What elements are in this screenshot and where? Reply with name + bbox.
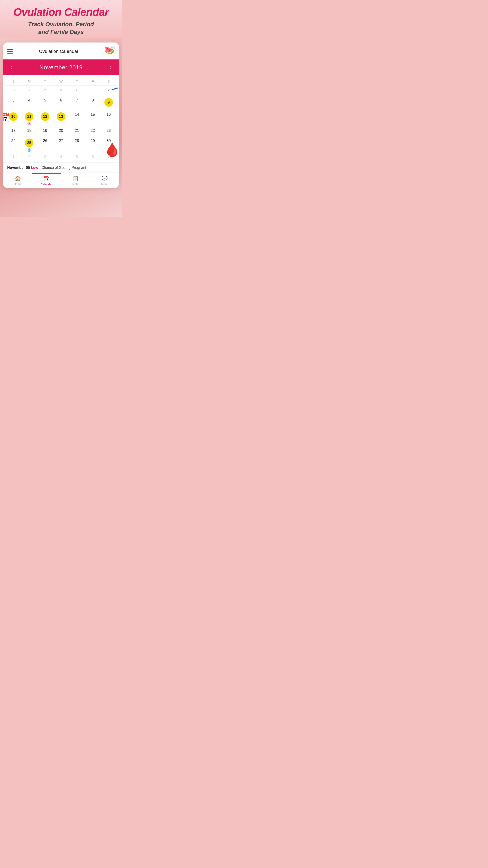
day-cell[interactable]: 19 [37,126,53,136]
day-cell[interactable]: 4 [53,152,69,162]
more-icon: 💬 [101,176,107,182]
day-cell[interactable]: 5 [37,96,53,110]
ovulation-icon: 🌸 [27,122,31,125]
watermelon-icon: 🍉 AD [104,46,115,57]
month-title: November 2019 [39,64,83,71]
weekday-thu: T [69,79,85,84]
nav-label-note: Note [72,182,78,186]
card-title: Ovulation Calendar [39,49,78,54]
day-cell[interactable]: 10 📅 [5,110,21,126]
day-cell[interactable]: 29 [85,136,101,152]
main-card: Ovulation Calendar 🍉 AD ‹ November 2019 … [3,42,119,188]
day-cell[interactable]: 1 [85,86,101,96]
background: Ovulation Calendar Track Ovulation, Peri… [0,0,122,217]
day-cell[interactable]: 22 [85,126,101,136]
days-grid: 27 28 29 30 31 1 2 🖊️ 3 4 5 6 7 8 9 [5,86,117,162]
day-cell[interactable]: 6 [85,152,101,162]
weekday-fri: F [85,79,101,84]
hamburger-menu[interactable] [7,49,13,54]
day-cell[interactable]: 3 [5,96,21,110]
weekday-tue: T [37,79,53,84]
prev-month-button[interactable]: ‹ [8,64,14,71]
day-cell[interactable]: 27 [53,136,69,152]
calendar-grid: S M T W T F S 27 28 29 30 31 1 2 🖊️ [3,75,119,162]
weekdays-row: S M T W T F S [5,75,117,86]
day-cell[interactable]: 29 [37,86,53,96]
card-topbar: Ovulation Calendar 🍉 AD [3,42,119,59]
day-cell[interactable]: 2 🖊️ [101,86,117,96]
day-cell[interactable]: 21 [69,126,85,136]
nav-item-more[interactable]: 💬 More [90,173,119,188]
day-cell[interactable]: 16 [101,110,117,126]
day-cell[interactable]: 12 [37,110,53,126]
status-date: November 05 [7,166,30,169]
app-subtitle: Track Ovulation, Periodand Fertile Days [4,21,118,36]
day-cell[interactable]: 2 [21,152,37,162]
nav-item-home[interactable]: 🏠 Home [3,173,32,188]
weekday-sun: S [5,79,21,84]
day-cell[interactable]: 5 [69,152,85,162]
home-icon: 🏠 [15,176,21,182]
calendar-decoration-icon: 📅 [3,112,10,123]
app-header: Ovulation Calendar Track Ovulation, Peri… [0,0,122,38]
day-cell[interactable]: 28 [69,136,85,152]
nav-item-note[interactable]: 📋 Note [61,173,90,188]
day-cell[interactable]: 9 [101,96,117,110]
day-cell[interactable]: 14 [69,110,85,126]
day-cell[interactable]: 17 [5,126,21,136]
weekday-mon: M [21,79,37,84]
day-cell[interactable]: 24 [5,136,21,152]
day-cell[interactable]: 23 [101,126,117,136]
period-drop-small-icon: 💧 [27,148,32,152]
day-cell[interactable]: 7 [69,96,85,110]
day-cell[interactable]: 4 [21,96,37,110]
fertility-level: Low [31,166,38,169]
app-title: Ovulation Calendar [4,6,118,18]
day-cell[interactable]: 30 🩸 [101,136,117,152]
day-cell[interactable]: 30 [53,86,69,96]
day-cell[interactable]: 6 [53,96,69,110]
day-cell[interactable]: 13 [53,110,69,126]
calendar-icon: 📅 [43,176,50,182]
note-icon: 📋 [72,176,78,182]
day-cell[interactable]: 20 [53,126,69,136]
day-cell[interactable]: 31 [69,86,85,96]
next-month-button[interactable]: › [108,64,114,71]
day-cell[interactable]: 25 💧 [21,136,37,152]
day-cell[interactable]: 8 [85,96,101,110]
nav-label-more: More [101,182,108,186]
nav-label-calendar: Calendar [41,183,53,186]
day-cell[interactable]: 15 [85,110,101,126]
pregnancy-test-icon: 🖊️ [110,85,119,93]
bottom-nav: 🏠 Home 📅 Calendar 📋 Note 💬 More [3,173,119,188]
day-cell[interactable]: 27 [5,86,21,96]
status-description: - Chance of Getting Pregnant [39,166,86,169]
status-bar: November 05 Low - Chance of Getting Preg… [3,162,119,173]
month-nav: ‹ November 2019 › [3,59,119,75]
day-cell[interactable]: 28 [21,86,37,96]
nav-item-calendar[interactable]: 📅 Calendar [32,173,61,188]
day-cell[interactable]: 1 [5,152,21,162]
nav-label-home: Home [14,182,22,186]
weekday-wed: W [53,79,69,84]
day-cell[interactable]: 11 🌸 [21,110,37,126]
weekday-sat: S [101,79,117,84]
day-cell[interactable]: 7 [101,152,117,162]
day-cell[interactable]: 3 [37,152,53,162]
day-cell[interactable]: 18 [21,126,37,136]
day-cell[interactable]: 26 [37,136,53,152]
